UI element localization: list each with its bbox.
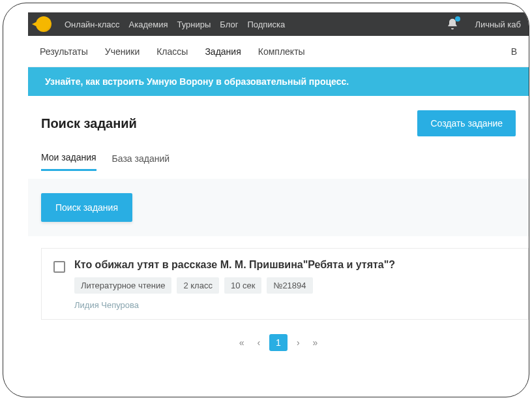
notifications-button[interactable] — [446, 18, 459, 31]
task-card: Кто обижал утят в рассказе М. М. Пришвин… — [41, 248, 529, 320]
title-row: Поиск заданий Создать задание — [28, 96, 529, 143]
nav-tournaments[interactable]: Турниры — [177, 20, 211, 29]
tag-grade[interactable]: 2 класс — [177, 277, 219, 294]
task-author[interactable]: Лидия Чепурова — [74, 300, 516, 310]
nav-account[interactable]: Личный каб — [475, 20, 521, 29]
nav-blog[interactable]: Блог — [220, 20, 238, 29]
page-current[interactable]: 1 — [269, 334, 288, 351]
tab-kits[interactable]: Комплекты — [258, 46, 305, 57]
tab-task-base[interactable]: База заданий — [112, 147, 170, 170]
task-body: Кто обижал утят в рассказе М. М. Пришвин… — [74, 259, 516, 310]
search-task-button[interactable]: Поиск задания — [41, 193, 132, 222]
page-prev[interactable]: ‹ — [253, 335, 264, 350]
notification-dot-icon — [455, 16, 460, 22]
nav-academy[interactable]: Академия — [129, 20, 168, 29]
page-title: Поиск заданий — [41, 116, 417, 131]
inner-tabs: Мои задания База заданий — [28, 143, 529, 171]
nav-subscription[interactable]: Подписка — [247, 20, 285, 29]
task-title[interactable]: Кто обижал утят в рассказе М. М. Пришвин… — [74, 259, 516, 271]
tag-subject[interactable]: Литературное чтение — [74, 277, 171, 294]
pagination: « ‹ 1 › » — [28, 334, 529, 351]
nav-online-class[interactable]: Онлайн-класс — [65, 20, 120, 29]
tab-results[interactable]: Результаты — [40, 46, 88, 57]
tab-classes[interactable]: Классы — [156, 46, 188, 57]
tab-tasks[interactable]: Задания — [205, 46, 241, 57]
task-checkbox[interactable] — [53, 261, 65, 273]
tab-right-cutoff[interactable]: В — [511, 46, 517, 57]
tag-number[interactable]: №21894 — [267, 277, 312, 294]
page-first[interactable]: « — [235, 335, 248, 350]
tag-duration[interactable]: 10 сек — [224, 277, 262, 294]
window-frame: Онлайн-класс Академия Турниры Блог Подпи… — [3, 3, 529, 397]
tab-my-tasks[interactable]: Мои задания — [41, 146, 96, 171]
task-tags: Литературное чтение 2 класс 10 сек №2189… — [74, 277, 516, 294]
create-task-button[interactable]: Создать задание — [417, 110, 516, 136]
search-panel: Поиск задания — [28, 179, 529, 236]
tab-students[interactable]: Ученики — [105, 46, 140, 57]
page-next[interactable]: › — [293, 335, 304, 350]
page-last[interactable]: » — [309, 335, 322, 350]
logo-crow-icon[interactable] — [36, 16, 52, 32]
top-nav: Онлайн-класс Академия Турниры Блог Подпи… — [28, 12, 529, 36]
content-area: Онлайн-класс Академия Турниры Блог Подпи… — [28, 12, 529, 382]
subtabs: Результаты Ученики Классы Задания Компле… — [28, 36, 529, 67]
info-banner[interactable]: Узнайте, как встроить Умную Ворону в обр… — [28, 67, 529, 96]
banner-text: Узнайте, как встроить Умную Ворону в обр… — [45, 76, 349, 87]
